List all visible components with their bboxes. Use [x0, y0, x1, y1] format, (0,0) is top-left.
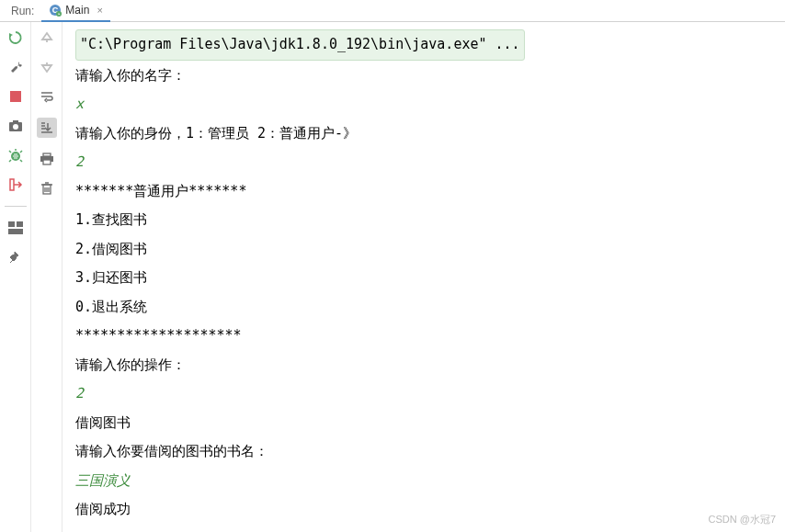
- console-line: 三国演义: [75, 467, 772, 496]
- divider: [5, 206, 27, 207]
- watermark: CSDN @水冠7: [708, 513, 776, 526]
- console-lines: 请输入你的名字：x请输入你的身份，1：管理员 2：普通用户-》2*******普…: [75, 62, 772, 525]
- soft-wrap-icon[interactable]: [39, 88, 55, 105]
- down-arrow-icon[interactable]: [39, 59, 55, 75]
- exit-icon[interactable]: [7, 176, 24, 193]
- console-line: x: [75, 90, 772, 119]
- console-line: 请输入你的身份，1：管理员 2：普通用户-》: [75, 119, 772, 149]
- console-line: 2: [75, 148, 772, 177]
- top-bar: Run: C Main ×: [0, 0, 785, 22]
- up-arrow-icon[interactable]: [39, 29, 55, 46]
- console-line: 借阅图书: [75, 409, 772, 438]
- left-toolbar-console: [31, 22, 63, 532]
- svg-rect-10: [8, 221, 15, 227]
- pin-icon[interactable]: [7, 249, 24, 266]
- left-toolbar-run: [0, 22, 31, 532]
- svg-rect-5: [10, 91, 21, 102]
- debug-icon[interactable]: [7, 147, 24, 164]
- camera-icon[interactable]: [7, 118, 24, 134]
- wrench-icon[interactable]: [7, 59, 24, 75]
- console-line: ********************: [75, 322, 772, 351]
- stop-icon[interactable]: [7, 88, 24, 105]
- console-line: 1.查找图书: [75, 206, 772, 235]
- svg-point-8: [13, 124, 18, 130]
- rerun-icon[interactable]: [7, 29, 24, 46]
- svg-rect-13: [43, 153, 51, 156]
- main-area: "C:\Program Files\Java\jdk1.8.0_192\bin\…: [0, 22, 785, 532]
- console-output[interactable]: "C:\Program Files\Java\jdk1.8.0_192\bin\…: [63, 22, 785, 532]
- svg-rect-11: [17, 221, 23, 227]
- svg-marker-4: [9, 33, 13, 37]
- console-line: 0.退出系统: [75, 293, 772, 323]
- svg-rect-7: [13, 120, 18, 123]
- scroll-to-end-icon[interactable]: [37, 118, 57, 138]
- layout-icon[interactable]: [7, 220, 24, 236]
- tab-label: Main: [65, 4, 89, 17]
- close-icon[interactable]: ×: [97, 5, 102, 16]
- java-class-icon: C: [49, 4, 62, 17]
- console-line: 请输入你的名字：: [75, 62, 772, 91]
- console-line: 3.归还图书: [75, 264, 772, 293]
- tab-main[interactable]: C Main ×: [41, 0, 109, 22]
- console-line: *******普通用户*******: [75, 177, 772, 207]
- console-line: 请输入你要借阅的图书的书名：: [75, 437, 772, 467]
- console-line: 2.借阅图书: [75, 235, 772, 265]
- command-line: "C:\Program Files\Java\jdk1.8.0_192\bin\…: [75, 29, 525, 61]
- print-icon[interactable]: [39, 151, 55, 167]
- svg-rect-15: [43, 160, 51, 164]
- console-line: 请输入你的操作：: [75, 351, 772, 380]
- console-line: 2: [75, 379, 772, 409]
- svg-rect-12: [8, 229, 23, 234]
- run-label: Run:: [4, 5, 41, 17]
- console-line: 借阅成功: [75, 495, 772, 525]
- trash-icon[interactable]: [39, 180, 55, 197]
